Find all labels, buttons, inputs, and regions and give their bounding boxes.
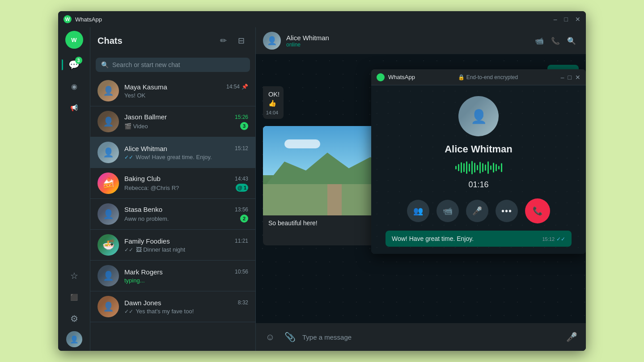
chat-item-maya[interactable]: 👤 Maya Kasuma 14:54 📌 Yes! OK	[90, 76, 255, 106]
title-bar-left: W WhatsApp	[64, 15, 102, 23]
chats-badge: 3	[75, 57, 82, 64]
nav-bottom: ☆ ⬛ ⚙ 👤	[65, 267, 83, 347]
nav-whatsapp-logo: W	[65, 31, 83, 49]
call-chat-message-time: 15:12	[542, 236, 555, 242]
chat-time-stasa: 13:56	[235, 206, 248, 213]
minimize-button[interactable]: –	[554, 16, 557, 22]
chat-name-mark: Mark Rogers	[124, 268, 163, 276]
nav-archived-button[interactable]: ⬛	[65, 288, 83, 306]
chat-preview-mark: typing...	[124, 277, 248, 284]
attach-button[interactable]: 📎	[283, 330, 297, 344]
call-popup-title-left: WhatsApp	[377, 73, 415, 81]
chat-time-dawn: 8:32	[238, 299, 248, 306]
chat-preview-alice: ✓✓ Wow! Have great time. Enjoy.	[124, 154, 248, 160]
chat-preview-family: ✓✓ 🖼 Dinner last night	[124, 246, 248, 253]
call-popup-maximize[interactable]: □	[568, 74, 572, 80]
chat-name-jason: Jason Ballmer	[124, 113, 167, 121]
lock-icon: 🔒	[458, 74, 465, 80]
chat-name-dawn: Dawn Jones	[124, 299, 161, 307]
pin-icon-maya: 📌	[242, 84, 248, 90]
app-title: WhatsApp	[75, 16, 102, 23]
end-call-button[interactable]: 📞	[525, 198, 550, 223]
chat-item-jason[interactable]: 👤 Jason Ballmer 15:26 🎬 Video 3	[90, 106, 255, 137]
search-input-wrap: 🔍	[96, 58, 250, 72]
call-avatar: 👤	[458, 96, 499, 136]
chat-header-actions: 📹 📞 🔍	[532, 34, 579, 48]
chat-info-jason: Jason Ballmer 15:26 🎬 Video 3	[124, 113, 248, 130]
search-messages-button[interactable]: 🔍	[564, 34, 579, 48]
close-button[interactable]: ✕	[575, 16, 580, 22]
mic-icon: 🎤	[472, 206, 482, 216]
chat-time-family: 11:21	[235, 238, 248, 244]
chat-info-mark: Mark Rogers 10:56 typing...	[124, 268, 248, 284]
call-chat-message: Wow! Have great time. Enjoy. 15:12 ✓✓	[386, 231, 572, 247]
chat-header-avatar[interactable]: 👤	[263, 32, 281, 50]
channels-icon: 📢	[70, 104, 78, 111]
chat-item-baking[interactable]: 🍰 Baking Club 14:43 Rebecca: @Chris R? @…	[90, 168, 255, 199]
sidebar-header: Chats ✏ ⊟	[90, 27, 255, 54]
message-time: 14:04	[266, 110, 279, 115]
nav-channels-button[interactable]: 📢	[65, 99, 83, 117]
chat-input-bar: ☺ 📎 🎤	[256, 323, 586, 351]
more-icon: •••	[501, 206, 512, 216]
chat-preview-baking: Rebecca: @Chris R?	[124, 185, 234, 191]
voice-call-button[interactable]: 📞	[548, 34, 563, 48]
call-actions: 👥 📹 🎤 ••• 📞	[407, 198, 550, 223]
call-popup-body: 👤 Alice Whitman	[371, 85, 586, 254]
nav-status-button[interactable]: ◉	[65, 77, 83, 95]
search-bar: 🔍	[90, 54, 255, 76]
chat-time-jason: 15:26	[235, 114, 248, 120]
nav-chats-button[interactable]: 💬 3	[65, 56, 83, 74]
nav-settings-button[interactable]: ⚙	[65, 310, 83, 328]
nav-starred-button[interactable]: ☆	[65, 267, 83, 285]
video-toggle-button[interactable]: 📹	[436, 200, 459, 222]
unread-badge-baking: @ 1	[236, 184, 248, 192]
call-chat-preview: Wow! Have great time. Enjoy. 15:12 ✓✓	[380, 231, 577, 247]
window-controls: – □ ✕	[554, 16, 580, 22]
message-ticks-icon: ✓✓	[556, 236, 565, 242]
new-chat-button[interactable]: ✏	[216, 34, 230, 48]
chat-info-family: Family Foodies 11:21 ✓✓ 🖼 Dinner last ni…	[124, 237, 248, 253]
user-avatar[interactable]: 👤	[66, 331, 82, 347]
voice-message-button[interactable]: 🎤	[564, 330, 579, 344]
call-popup-minimize[interactable]: –	[561, 74, 564, 80]
avatar-jason: 👤	[97, 111, 119, 132]
filter-button[interactable]: ⊟	[234, 34, 248, 48]
message-input[interactable]	[302, 333, 559, 341]
chat-item-mark[interactable]: 👤 Mark Rogers 10:56 typing...	[90, 261, 255, 291]
chat-item-family[interactable]: 🍜 Family Foodies 11:21 ✓✓ 🖼 Dinner last …	[90, 230, 255, 261]
settings-icon: ⚙	[70, 313, 78, 324]
avatar-maya: 👤	[97, 80, 119, 101]
chat-info-stasa: Stasa Benko 13:56 Aww no problem. 2	[124, 206, 248, 223]
avatar-baking: 🍰	[97, 173, 119, 194]
emoji-button[interactable]: ☺	[263, 330, 277, 344]
starred-icon: ☆	[70, 270, 78, 281]
maximize-button[interactable]: □	[564, 16, 568, 22]
filter-icon: ⊟	[238, 36, 245, 46]
chat-preview-stasa: Aww no problem.	[124, 215, 238, 222]
video-call-button[interactable]: 📹	[532, 34, 547, 48]
chat-item-stasa[interactable]: 👤 Stasa Benko 13:56 Aww no problem. 2	[90, 199, 255, 230]
audio-waveform	[455, 160, 502, 175]
chat-item-dawn[interactable]: 👤 Dawn Jones 8:32 ✓✓ Yes that's my fave …	[90, 291, 255, 322]
message-caption-text: So beautiful here!	[268, 219, 318, 227]
search-input[interactable]	[112, 61, 245, 68]
call-chat-message-text: Wow! Have great time. Enjoy.	[392, 235, 474, 242]
more-options-button[interactable]: •••	[496, 200, 518, 222]
avatar-stasa: 👤	[97, 203, 119, 225]
chat-preview-maya: Yes! OK	[124, 92, 248, 99]
whatsapp-logo-icon: W	[64, 15, 72, 23]
end-call-icon: 📞	[533, 206, 542, 216]
chat-name-stasa: Stasa Benko	[124, 206, 162, 213]
message-text: OK! 👍	[268, 91, 280, 107]
avatar-alice: 👤	[97, 142, 119, 163]
participants-button[interactable]: 👥	[407, 200, 429, 222]
call-popup-close[interactable]: ✕	[575, 74, 580, 80]
chat-item-alice[interactable]: 👤 Alice Whitman 15:12 ✓✓ Wow! Have great…	[90, 137, 255, 168]
new-chat-icon: ✏	[220, 36, 227, 46]
chat-time-baking: 14:43	[235, 176, 248, 182]
mute-button[interactable]: 🎤	[466, 200, 488, 222]
video-icon: 📹	[443, 206, 453, 216]
app-window: W WhatsApp – □ ✕ W 💬 3 ◉ 📢	[58, 11, 586, 351]
chat-header: 👤 Alice Whitman online 📹 📞 🔍	[256, 27, 586, 54]
